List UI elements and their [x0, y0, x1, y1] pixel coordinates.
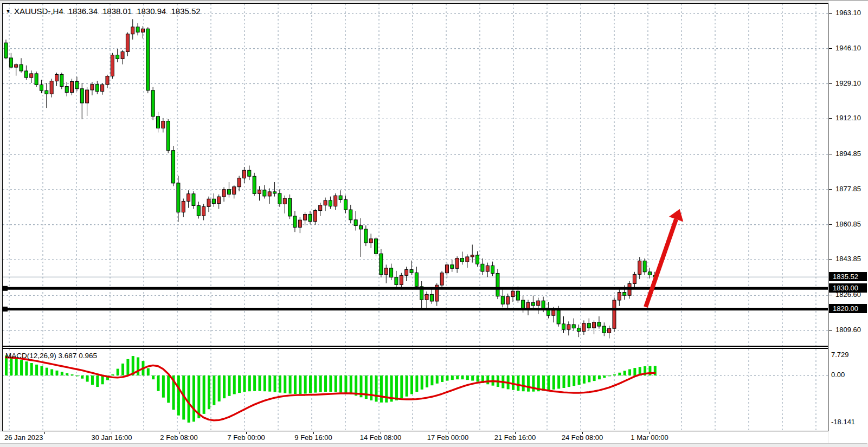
- macd-histogram-bar: [101, 375, 104, 384]
- candle-bullish: [304, 214, 307, 220]
- level-line-handle[interactable]: [3, 286, 8, 291]
- candle-bearish: [461, 258, 464, 262]
- candle-bearish: [95, 85, 99, 92]
- candle-bearish: [116, 55, 119, 59]
- macd-histogram-bar: [517, 375, 519, 391]
- candle-bearish: [359, 225, 363, 229]
- macd-histogram-bar: [294, 375, 297, 394]
- time-label: 14 Feb 08:00: [360, 433, 402, 442]
- candle-bullish: [30, 74, 33, 77]
- candle-bullish: [567, 325, 570, 329]
- macd-histogram-bar: [111, 374, 114, 375]
- macd-axis-label: 7.729: [831, 351, 849, 359]
- candle-bearish: [248, 170, 251, 176]
- candle-bullish: [425, 294, 428, 300]
- ohlc-open: 1836.34: [68, 7, 98, 16]
- candle-bullish: [445, 265, 448, 273]
- price-tick: [829, 295, 832, 295]
- macd-histogram-bar: [25, 361, 28, 375]
- time-label: 30 Jan 16:00: [91, 433, 132, 442]
- candle-bullish: [633, 274, 636, 283]
- macd-histogram-bar: [552, 375, 555, 390]
- macd-histogram-bar: [628, 370, 631, 375]
- macd-histogram-bar: [593, 375, 596, 381]
- candle-bullish: [319, 205, 322, 211]
- price-tick: [829, 189, 832, 190]
- pane-separator-bottom[interactable]: [3, 348, 828, 349]
- candle-bearish: [410, 270, 413, 273]
- candle-bullish: [207, 199, 210, 206]
- macd-histogram-bar: [35, 365, 38, 375]
- symbol-dropdown-icon[interactable]: ▼: [5, 8, 11, 14]
- price-tick: [829, 154, 832, 154]
- candle-bearish: [4, 43, 8, 58]
- trend-arrow-shaft[interactable]: [646, 219, 676, 307]
- time-tick: [44, 432, 45, 434]
- candle-bullish: [537, 301, 540, 306]
- chart-plot-area[interactable]: [3, 4, 828, 431]
- macd-histogram-bar: [532, 375, 535, 392]
- macd-histogram-bar: [324, 375, 327, 392]
- candle-bearish: [380, 254, 383, 274]
- candle-bullish: [202, 206, 205, 216]
- mt4-chart-window: ▼XAUUSD-,H41836.341838.011830.941835.52 …: [0, 0, 868, 447]
- level-line-handle[interactable]: [3, 307, 8, 312]
- macd-axis-label: -18.141: [831, 418, 855, 426]
- macd-histogram-bar: [344, 375, 347, 393]
- candle-bearish: [192, 194, 195, 206]
- macd-histogram-bar: [162, 375, 165, 398]
- candle-bearish: [273, 192, 277, 193]
- price-tick-label: 1894.85: [835, 150, 861, 158]
- macd-histogram-bar: [451, 375, 454, 380]
- macd-histogram-bar: [588, 375, 590, 382]
- candle-bearish: [415, 273, 418, 287]
- time-axis[interactable]: 26 Jan 202330 Jan 16:002 Feb 08:007 Feb …: [0, 432, 828, 443]
- price-tick: [829, 259, 832, 260]
- window-bottom-strip: [0, 443, 868, 447]
- candle-bearish: [430, 294, 433, 301]
- time-label: 17 Feb 00:00: [427, 433, 469, 442]
- candle-bullish: [613, 300, 616, 328]
- candle-bearish: [562, 324, 565, 329]
- candle-bullish: [608, 328, 611, 333]
- candle-bearish: [293, 216, 297, 228]
- candle-bullish: [187, 194, 190, 202]
- candle-bullish: [131, 27, 134, 34]
- price-axis[interactable]: 1963.101946.101929.101912.101894.851877.…: [829, 1, 868, 443]
- macd-histogram-bar: [542, 375, 545, 391]
- candle-bearish: [491, 265, 494, 273]
- macd-histogram-bar: [117, 369, 119, 375]
- macd-histogram-bar: [96, 375, 99, 387]
- macd-histogram-bar: [233, 375, 236, 394]
- macd-histogram-bar: [329, 375, 332, 392]
- macd-histogram-bar: [91, 375, 94, 385]
- candle-bearish: [501, 296, 504, 304]
- macd-histogram-bar: [608, 375, 611, 376]
- candle-bearish: [344, 199, 347, 210]
- candle-bearish: [623, 293, 626, 296]
- candle-bullish: [298, 220, 301, 227]
- candle-bearish: [308, 214, 312, 221]
- macd-histogram-bar: [15, 358, 18, 375]
- candle-bullish: [86, 90, 89, 103]
- candle-bullish: [182, 201, 185, 212]
- candle-bearish: [75, 81, 79, 88]
- price-tick-label: 1929.10: [835, 79, 861, 88]
- ohlc-close: 1835.52: [171, 7, 200, 16]
- candle-bearish: [451, 265, 454, 268]
- macd-histogram-bar: [197, 375, 200, 418]
- candle-bearish: [572, 325, 575, 328]
- candle-bullish: [369, 239, 372, 243]
- candle-bearish: [496, 273, 499, 296]
- macd-histogram-bar: [598, 375, 601, 379]
- macd-histogram-bar: [415, 375, 418, 392]
- time-label: 9 Feb 16:00: [294, 433, 332, 442]
- candle-bearish: [40, 85, 43, 90]
- candle-bearish: [364, 229, 368, 243]
- pane-separator-top[interactable]: [3, 346, 828, 347]
- candle-bearish: [35, 74, 38, 85]
- macd-histogram-bar: [563, 375, 565, 388]
- macd-histogram-bar: [350, 375, 352, 394]
- macd-histogram-bar: [203, 375, 205, 414]
- candle-bullish: [91, 85, 94, 90]
